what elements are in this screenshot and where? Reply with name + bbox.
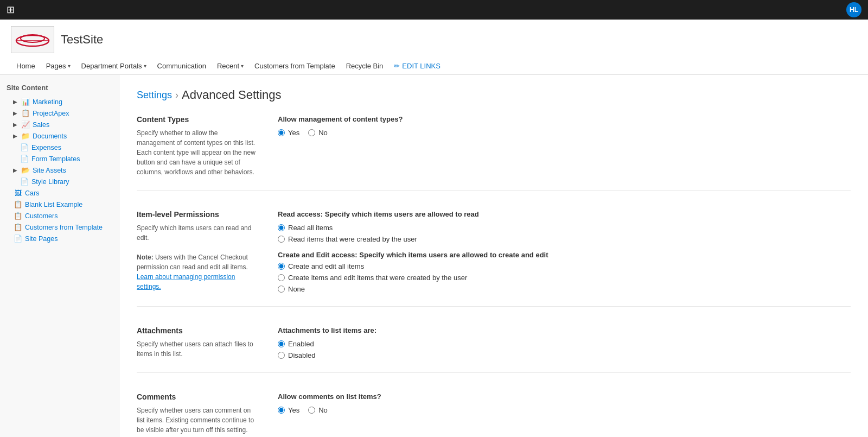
logo-svg [14,29,52,50]
create-edit-own[interactable]: Create items and edit items that were cr… [278,274,851,282]
site-title: TestSite [61,33,103,47]
site-pages-icon: 📄 [13,235,23,243]
read-created-by-user[interactable]: Read items that were created by the user [278,235,851,243]
recent-chevron: ▾ [241,63,244,69]
comments-radio-group: Yes No [278,406,851,414]
item-permissions-description: Item-level Permissions Specify which ite… [137,210,256,293]
attachments-enabled-radio[interactable] [278,340,285,347]
create-edit-radio-group: Create and edit all items Create items a… [278,262,851,293]
create-edit-none[interactable]: None [278,285,851,293]
content-types-no[interactable]: No [308,129,328,137]
content-types-description: Content Types Specify whether to allow t… [137,115,256,177]
nav-home[interactable]: Home [11,58,41,74]
nav-pages[interactable]: Pages ▾ [41,58,76,74]
nav-edit-links[interactable]: ✏ EDIT LINKS [388,58,446,74]
customers-template-icon: 📋 [13,223,23,231]
site-nav: Home Pages ▾ Department Portals ▾ Commun… [11,58,857,74]
comments-no-radio[interactable] [308,407,315,414]
content-types-yes[interactable]: Yes [278,129,299,137]
section-attachments: Attachments Specify whether users can at… [137,326,851,373]
site-header: TestSite Home Pages ▾ Department Portals… [0,20,868,75]
cars-icon: 🖼 [13,189,23,197]
documents-label: Documents [33,132,67,140]
sidebar-item-expenses[interactable]: 📄 Expenses [4,142,114,153]
attachments-title: Attachments [137,326,256,335]
site-logo [11,26,54,53]
create-edit-strong: Create and Edit access: [278,251,358,259]
breadcrumb-parent[interactable]: Settings [137,90,172,101]
attachments-disabled-radio[interactable] [278,352,285,359]
sales-label: Sales [33,121,49,129]
sidebar-title: Site Content [4,84,114,92]
sidebar-item-sales[interactable]: ▶ 📈 Sales [4,119,114,130]
attachments-disabled[interactable]: Disabled [278,351,851,359]
site-pages-label: Site Pages [25,235,58,243]
attachments-desc-text: Specify whether users can attach files t… [137,339,256,359]
sidebar-item-documents[interactable]: ▶ 📁 Documents [4,130,114,142]
item-permissions-title: Item-level Permissions [137,210,256,219]
sidebar-item-site-pages[interactable]: 📄 Site Pages [4,233,114,244]
content-types-title: Content Types [137,115,256,124]
attachments-question: Attachments to list items are: [278,326,851,334]
content-types-no-radio[interactable] [308,129,315,136]
main-content: Site Content ▶ 📊 Marketing ▶ 📋 ProjectAp… [0,75,868,437]
sidebar-item-projectapex[interactable]: ▶ 📋 ProjectApex [4,107,114,119]
form-templates-icon: 📄 [20,155,29,163]
create-edit-none-radio[interactable] [278,286,285,293]
nav-communication[interactable]: Communication [152,58,212,74]
projectapex-arrow: ▶ [13,110,17,116]
sidebar-item-cars[interactable]: 🖼 Cars [4,187,114,199]
edit-links-label: EDIT LINKS [402,62,441,70]
comments-controls: Allow comments on list items? Yes No [278,392,851,437]
comments-no[interactable]: No [308,406,328,414]
read-all-radio[interactable] [278,224,285,231]
read-created-radio[interactable] [278,236,285,243]
sidebar-item-customers[interactable]: 📋 Customers [4,210,114,221]
site-assets-arrow: ▶ [13,167,17,173]
content-types-question: Allow management of content types? [278,115,851,123]
breadcrumb: Settings › Advanced Settings [137,88,851,102]
attachments-enabled[interactable]: Enabled [278,340,851,348]
nav-recycle-bin[interactable]: Recycle Bin [341,58,389,74]
nav-recent[interactable]: Recent ▾ [212,58,249,74]
user-avatar[interactable]: HL [846,2,861,17]
projectapex-icon: 📋 [21,109,30,117]
marketing-icon: 📊 [21,98,30,106]
read-access-strong: Read access: [278,210,323,218]
breadcrumb-current: Advanced Settings [182,88,281,102]
content-types-desc-text: Specify whether to allow the management … [137,128,256,177]
comments-yes-radio[interactable] [278,407,285,414]
create-edit-label: Create and Edit access: Specify which it… [278,251,851,259]
learn-more-link[interactable]: Learn about managing permission settings… [137,273,235,290]
create-edit-all[interactable]: Create and edit all items [278,262,851,270]
style-library-icon: 📄 [20,178,29,186]
top-bar-left: ⊞ [7,4,15,16]
blank-list-icon: 📋 [13,200,23,208]
nav-department-portals[interactable]: Department Portals ▾ [76,58,152,74]
documents-icon: 📁 [21,132,30,140]
style-library-label: Style Library [31,178,69,186]
pencil-icon: ✏ [394,62,400,70]
top-bar-right: HL [846,2,861,17]
waffle-icon[interactable]: ⊞ [7,4,15,16]
expenses-label: Expenses [31,144,61,151]
create-edit-all-radio[interactable] [278,263,285,270]
sidebar-item-customers-template[interactable]: 📋 Customers from Template [4,221,114,233]
read-all-items[interactable]: Read all items [278,224,851,232]
sidebar-item-form-templates[interactable]: 📄 Form Templates [4,153,114,164]
content-types-radio-group: Yes No [278,129,851,137]
comments-title: Comments [137,392,256,401]
site-assets-label: Site Assets [33,167,66,174]
sidebar-item-blank-list[interactable]: 📋 Blank List Example [4,199,114,210]
create-edit-own-radio[interactable] [278,274,285,281]
sidebar-item-style-library[interactable]: 📄 Style Library [4,176,114,187]
sidebar-item-site-assets[interactable]: ▶ 📂 Site Assets [4,164,114,176]
nav-customers-template[interactable]: Customers from Template [249,58,341,74]
comments-yes[interactable]: Yes [278,406,299,414]
attachments-radio-group: Enabled Disabled [278,340,851,359]
item-permissions-desc-text: Specify which items users can read and e… [137,223,256,292]
section-comments: Comments Specify whether users can comme… [137,392,851,437]
note-label: Note: [137,254,154,261]
content-types-yes-radio[interactable] [278,129,285,136]
sidebar-item-marketing[interactable]: ▶ 📊 Marketing [4,96,114,107]
